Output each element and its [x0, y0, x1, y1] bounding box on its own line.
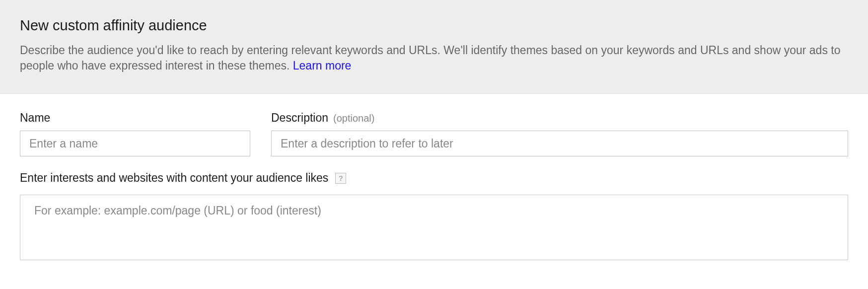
help-icon[interactable]: ? — [335, 173, 346, 184]
page-description: Describe the audience you'd like to reac… — [20, 43, 848, 73]
interests-label-row: Enter interests and websites with conten… — [20, 171, 848, 185]
form-area: Name Description(optional) Enter interes… — [0, 94, 868, 272]
description-field-group: Description(optional) — [271, 111, 848, 156]
interests-label: Enter interests and websites with conten… — [20, 171, 328, 185]
interests-input[interactable] — [20, 195, 848, 260]
description-input[interactable] — [271, 131, 848, 156]
description-text: Describe the audience you'd like to reac… — [20, 44, 840, 72]
learn-more-link[interactable]: Learn more — [293, 59, 352, 72]
header-panel: New custom affinity audience Describe th… — [0, 0, 868, 94]
optional-hint: (optional) — [333, 113, 374, 124]
name-description-row: Name Description(optional) — [20, 111, 848, 156]
description-label: Description(optional) — [271, 111, 848, 125]
page-title: New custom affinity audience — [20, 17, 848, 34]
name-field-group: Name — [20, 111, 250, 156]
description-label-text: Description — [271, 111, 328, 124]
name-input[interactable] — [20, 131, 250, 156]
name-label: Name — [20, 111, 250, 125]
